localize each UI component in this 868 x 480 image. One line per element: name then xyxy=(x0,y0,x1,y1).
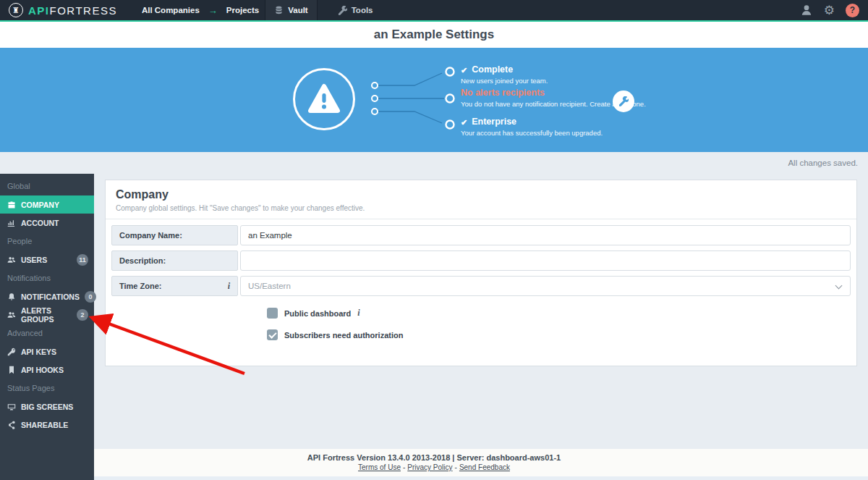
sidebar-section-status-pages: Status Pages xyxy=(0,379,94,397)
banner-item-enterprise: ✔ Enterprise Your account has successful… xyxy=(461,117,603,137)
subscribers-auth-checkbox[interactable] xyxy=(267,329,278,340)
time-zone-value: US/Eastern xyxy=(248,282,291,290)
sidebar-item-label: API HOOKS xyxy=(21,366,64,374)
briefcase-icon xyxy=(7,201,16,209)
top-navbar: ♜ APIFORTRESS All Companies → Projects V… xyxy=(0,0,868,22)
sidebar-item-label: BIG SCREENS xyxy=(21,403,73,411)
company-settings-panel: Company Company global settings. Hit "Sa… xyxy=(105,180,857,366)
users-group-icon xyxy=(7,311,16,319)
nav-menu: All Companies → Projects Vault Tools xyxy=(136,0,379,20)
sidebar-item-api-keys[interactable]: API KEYS xyxy=(0,342,94,361)
sidebar-item-alerts-groups[interactable]: ALERTS GROUPS 2 xyxy=(0,306,94,324)
sidebar-item-label: USERS xyxy=(21,256,47,264)
feedback-link[interactable]: Send Feedback xyxy=(459,463,510,471)
info-icon[interactable]: i xyxy=(228,281,230,292)
warning-triangle-icon xyxy=(307,83,341,115)
key-icon xyxy=(7,348,16,356)
panel-title: Company xyxy=(116,188,846,201)
description-label: Description: xyxy=(111,250,238,271)
sidebar-item-label: COMPANY xyxy=(21,201,59,209)
users-count-badge: 11 xyxy=(77,254,88,266)
nav-projects[interactable]: Projects xyxy=(221,0,265,20)
breadcrumb-arrow-icon: → xyxy=(205,5,221,16)
bar-chart-icon xyxy=(7,219,16,227)
banner-item-title: ✔ Complete xyxy=(461,65,548,75)
fix-button[interactable] xyxy=(613,90,634,112)
sidebar-item-api-hooks[interactable]: API HOOKS xyxy=(0,361,94,379)
privacy-link[interactable]: Privacy Policy xyxy=(407,463,452,471)
users-icon xyxy=(7,256,16,264)
sidebar-section-global: Global xyxy=(0,177,94,195)
form-row-time-zone: Time Zone: i US/Eastern xyxy=(111,276,851,296)
banner-item-complete: ✔ Complete New users joined your team. xyxy=(461,65,548,85)
form-row-description: Description: xyxy=(111,250,851,271)
separator: - xyxy=(401,463,407,471)
form-row-company-name: Company Name: xyxy=(111,225,851,245)
title-bar: an Example Settings xyxy=(0,22,868,48)
checkbox-area: Public dashboard i Subscribers need auth… xyxy=(267,308,856,340)
footer: API Fortress Version 13.4.0 2013-2018 | … xyxy=(0,449,868,480)
public-dashboard-checkbox[interactable] xyxy=(267,308,278,319)
sidebar-item-users[interactable]: USERS 11 xyxy=(0,250,94,269)
bell-icon xyxy=(7,292,16,301)
bookmark-icon xyxy=(7,366,16,374)
panel-header: Company Company global settings. Hit "Sa… xyxy=(106,180,856,219)
user-icon[interactable] xyxy=(800,4,813,17)
time-zone-select[interactable]: US/Eastern xyxy=(240,276,851,296)
nav-right-icons: ⚙ ? xyxy=(800,4,859,17)
nav-all-companies[interactable]: All Companies xyxy=(136,0,205,20)
brand[interactable]: ♜ APIFORTRESS xyxy=(9,3,117,17)
gear-icon[interactable]: ⚙ xyxy=(824,4,835,17)
separator: - xyxy=(453,463,459,471)
monitor-icon xyxy=(7,403,16,411)
check-icon: ✔ xyxy=(461,66,467,75)
sidebar-item-label: NOTIFICATIONS xyxy=(21,292,80,301)
sidebar-item-notifications[interactable]: NOTIFICATIONS 0 xyxy=(0,287,94,306)
sidebar-section-notifications: Notifications xyxy=(0,269,94,287)
time-zone-label: Time Zone: i xyxy=(111,276,238,296)
share-icon xyxy=(7,421,16,429)
notifications-count-badge: 0 xyxy=(85,291,96,303)
subscribers-auth-row: Subscribers need authorization xyxy=(267,329,856,340)
form-rows: Company Name: Description: Time Zone: i … xyxy=(106,219,856,296)
page-title: an Example Settings xyxy=(374,28,494,42)
help-icon[interactable]: ? xyxy=(846,4,859,17)
description-input[interactable] xyxy=(240,250,851,271)
check-icon: ✔ xyxy=(461,118,467,127)
public-dashboard-row: Public dashboard i xyxy=(267,308,856,319)
alerts-groups-count-badge: 2 xyxy=(77,309,88,321)
sidebar-section-advanced: Advanced xyxy=(0,324,94,342)
sidebar-item-label: API KEYS xyxy=(21,348,56,356)
sidebar-item-label: ACCOUNT xyxy=(21,219,59,227)
settings-sidebar: Global COMPANY ACCOUNT People USERS 11 N… xyxy=(0,174,94,480)
fortress-logo-icon: ♜ xyxy=(9,3,23,17)
sidebar-item-label: SHAREABLE xyxy=(21,421,68,429)
sidebar-item-big-screens[interactable]: BIG SCREENS xyxy=(0,397,94,416)
banner-item-subtitle: Your account has successfully been upgra… xyxy=(461,130,603,137)
sidebar-item-account[interactable]: ACCOUNT xyxy=(0,214,94,232)
panel-subtitle: Company global settings. Hit "Save chang… xyxy=(116,204,846,212)
banner-item-title: ✔ Enterprise xyxy=(461,117,603,127)
version-info: API Fortress Version 13.4.0 2013-2018 | … xyxy=(0,453,868,462)
wrench-icon xyxy=(618,96,629,106)
banner-item-subtitle: New users joined your team. xyxy=(461,77,548,85)
sidebar-item-company[interactable]: COMPANY xyxy=(0,195,94,214)
chevron-down-icon xyxy=(835,282,843,290)
sidebar-section-people: People xyxy=(0,232,94,250)
wrench-icon xyxy=(338,6,347,15)
company-name-label: Company Name: xyxy=(111,225,238,245)
nav-vault[interactable]: Vault xyxy=(265,0,317,20)
terms-link[interactable]: Terms of Use xyxy=(358,463,401,471)
company-name-input[interactable] xyxy=(240,225,851,245)
onboarding-banner: ✔ Complete New users joined your team. N… xyxy=(0,48,868,152)
database-icon xyxy=(274,6,284,15)
subscribers-auth-label: Subscribers need authorization xyxy=(284,331,403,340)
connector-lines xyxy=(0,48,868,152)
sidebar-item-label: ALERTS GROUPS xyxy=(21,306,72,324)
nav-tools[interactable]: Tools xyxy=(332,0,379,20)
save-status: All changes saved. xyxy=(0,152,868,174)
sidebar-item-shareable[interactable]: SHAREABLE xyxy=(0,416,94,434)
info-icon[interactable]: i xyxy=(357,308,359,319)
public-dashboard-label: Public dashboard xyxy=(284,309,351,318)
brand-text: APIFORTRESS xyxy=(28,4,117,17)
